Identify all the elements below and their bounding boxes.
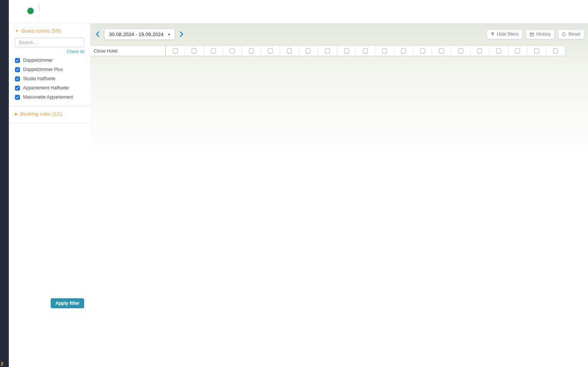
history-label: History: [536, 31, 550, 37]
caret-down-icon: ▾: [168, 32, 170, 36]
close-hotel-cell: [527, 46, 547, 56]
close-hotel-checkbox[interactable]: [515, 48, 520, 53]
room-filter-label: Doppelzimmer: [23, 58, 53, 63]
guest-rooms-toggle[interactable]: ▼ Guest rooms (5/5): [15, 28, 84, 34]
close-hotel-cell: [166, 46, 185, 56]
room-checkbox-checked[interactable]: ✓: [15, 76, 20, 81]
close-hotel-checkbox[interactable]: [230, 48, 235, 53]
room-filter-item[interactable]: ✓Appartement Haffseite: [15, 85, 84, 91]
close-hotel-checkbox[interactable]: [439, 48, 444, 53]
close-hotel-cell: [489, 46, 508, 56]
close-hotel-cell: [394, 46, 413, 56]
close-hotel-cell: [185, 46, 204, 56]
close-hotel-checkbox[interactable]: [325, 48, 330, 53]
topbar-divider: [39, 5, 40, 12]
sidebar: ▼ Guest rooms (5/5) Check all ✓Doppelzim…: [9, 23, 90, 367]
room-filter-item[interactable]: ✓Doppelzimmer: [15, 58, 84, 63]
close-hotel-checkbox[interactable]: [344, 48, 349, 53]
close-hotel-checkbox[interactable]: [192, 48, 197, 53]
room-checkbox-checked[interactable]: ✓: [15, 86, 20, 91]
close-hotel-cell: [432, 46, 451, 56]
reset-button[interactable]: Reset: [558, 29, 584, 39]
close-hotel-checkbox[interactable]: [553, 48, 558, 53]
close-hotel-checkbox[interactable]: [306, 48, 311, 53]
booking-rules-title: Booking rules (1/1): [20, 111, 62, 117]
close-hotel-cell: [356, 46, 375, 56]
prev-period-button[interactable]: [93, 29, 102, 39]
reset-label: Reset: [568, 31, 580, 37]
room-filter-list: ✓Doppelzimmer✓Doppelzimmer Plus✓Studio H…: [15, 58, 84, 100]
apply-filter-button[interactable]: Apply filter: [51, 298, 84, 308]
date-range-select[interactable]: 30.08.2024 - 19.09.2024 ▾: [104, 28, 175, 40]
toolbar: 30.08.2024 - 19.09.2024 ▾ Hide filters H…: [90, 23, 588, 40]
close-hotel-checkbox[interactable]: [363, 48, 368, 53]
close-hotel-cell: [375, 46, 394, 56]
close-hotel-checkbox[interactable]: [420, 48, 425, 53]
main-area: 30.08.2024 - 19.09.2024 ▾ Hide filters H…: [90, 23, 588, 367]
room-filter-label: Doppelzimmer Plus: [23, 67, 63, 72]
close-hotel-checkbox[interactable]: [173, 48, 178, 53]
topbar: [9, 0, 588, 23]
close-hotel-cell: [337, 46, 356, 56]
chevron-right-icon: ▶: [15, 112, 18, 116]
check-all-link[interactable]: Check all: [15, 49, 84, 54]
logo-icon: [27, 8, 34, 14]
close-hotel-cell: [223, 46, 242, 56]
guest-rooms-title: Guest rooms (5/5): [21, 28, 61, 34]
topbar-divider-small: [39, 15, 40, 19]
close-hotel-checkbox[interactable]: [287, 48, 292, 53]
close-hotel-cell: [547, 46, 566, 56]
close-hotel-checkbox[interactable]: [211, 48, 216, 53]
sidebar-divider-2: [9, 123, 90, 123]
filter-funnel-icon: [490, 32, 495, 36]
refresh-icon: [562, 32, 566, 36]
close-hotel-checkbox[interactable]: [249, 48, 254, 53]
search-input[interactable]: [15, 38, 84, 47]
chevron-right-icon: [180, 31, 184, 37]
close-hotel-checkbox[interactable]: [268, 48, 273, 53]
availability-table: Close Hotel: [90, 46, 565, 56]
chevron-left-icon: [96, 31, 99, 37]
booking-rules-toggle[interactable]: ▶ Booking rules (1/1): [15, 111, 84, 117]
close-hotel-row: Close Hotel: [90, 46, 565, 56]
left-rail: 2: [0, 0, 9, 367]
close-hotel-checkbox[interactable]: [477, 48, 482, 53]
close-hotel-cell: [280, 46, 299, 56]
room-filter-label: Studio Haffseite: [23, 76, 56, 81]
room-filter-label: Appartement Haffseite: [23, 85, 69, 91]
close-hotel-checkbox[interactable]: [534, 48, 539, 53]
history-button[interactable]: History: [526, 29, 554, 39]
room-filter-label: Maisonette Appartement: [23, 94, 73, 100]
next-period-button[interactable]: [177, 29, 186, 39]
room-filter-item[interactable]: ✓Doppelzimmer Plus: [15, 67, 84, 72]
close-hotel-checkbox[interactable]: [382, 48, 387, 53]
sidebar-divider: [9, 106, 90, 106]
close-hotel-cell: [242, 46, 261, 56]
rail-badge: 2: [1, 361, 3, 367]
close-hotel-cell: [470, 46, 490, 56]
room-checkbox-checked[interactable]: ✓: [15, 67, 20, 72]
close-hotel-cell: [261, 46, 280, 56]
close-hotel-checkbox[interactable]: [458, 48, 463, 53]
date-range-value: 30.08.2024 - 19.09.2024: [109, 31, 164, 37]
room-filter-item[interactable]: ✓Maisonette Appartement: [15, 94, 84, 100]
room-checkbox-checked[interactable]: ✓: [15, 95, 20, 100]
close-hotel-cell: [318, 46, 337, 56]
room-filter-item[interactable]: ✓Studio Haffseite: [15, 76, 84, 81]
hide-filters-label: Hide filters: [497, 31, 519, 37]
close-hotel-cell: [508, 46, 528, 56]
hide-filters-button[interactable]: Hide filters: [487, 29, 523, 39]
close-hotel-cell: [413, 46, 432, 56]
chevron-down-icon: ▼: [15, 29, 19, 33]
calendar-icon: [530, 32, 534, 36]
close-hotel-cell: [451, 46, 470, 56]
close-hotel-label: Close Hotel: [90, 46, 166, 56]
close-hotel-checkbox[interactable]: [401, 48, 406, 53]
close-hotel-cell: [299, 46, 318, 56]
close-hotel-cell: [204, 46, 223, 56]
room-checkbox-checked[interactable]: ✓: [15, 58, 20, 63]
close-hotel-checkbox[interactable]: [496, 48, 501, 53]
